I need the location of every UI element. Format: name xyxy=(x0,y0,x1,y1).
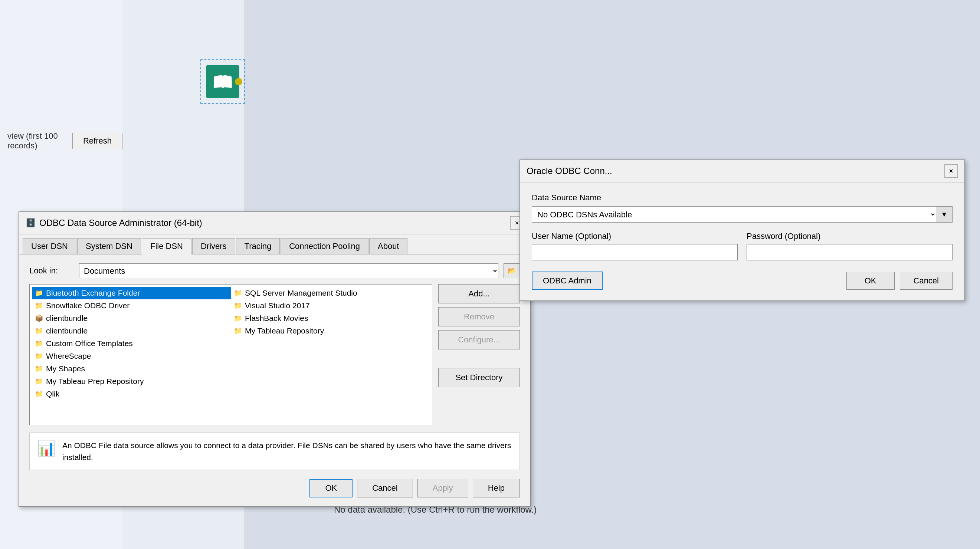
folder-icon-visualstudio: 📁 xyxy=(234,314,242,322)
file-item-snowflake[interactable]: 📁 SQL Server Management Studio xyxy=(231,287,430,299)
ok-button[interactable]: OK xyxy=(309,479,353,497)
tab-tracing[interactable]: Tracing xyxy=(236,238,280,254)
file-item-tableau-repo[interactable]: 📁 My Tableau Prep Repository xyxy=(32,375,231,388)
view-label: view (first 100 records) xyxy=(8,131,65,151)
odbc-title-icon: 🗄️ xyxy=(25,218,36,228)
folder-icon-flashback: 📁 xyxy=(35,340,43,347)
file-column-left: 📁 Bluetooth Exchange Folder 📁 Snowflake … xyxy=(32,287,231,400)
set-directory-button[interactable]: Set Directory xyxy=(438,368,520,387)
odbc-dialog-body: Look in: Documents 📂 📁 Bluetooth Exchang… xyxy=(19,254,530,506)
oracle-close-button[interactable]: × xyxy=(944,164,958,178)
tab-connection-pooling[interactable]: Connection Pooling xyxy=(280,238,369,254)
password-label: Password (Optional) xyxy=(746,232,953,241)
file-item-custom-office[interactable]: 📁 clientbundle xyxy=(32,325,231,337)
file-name-qlik: Qlik xyxy=(46,389,59,398)
odbc-title-text: ODBC Data Source Administrator (64-bit) xyxy=(39,218,202,228)
file-column-right: 📁 SQL Server Management Studio 📁 Visual … xyxy=(231,287,430,400)
dsn-select-arrow: ▼ xyxy=(936,206,953,222)
refresh-button[interactable]: Refresh xyxy=(72,133,123,149)
info-box: 📊 An ODBC File data source allows you to… xyxy=(29,433,520,470)
file-item-qlik[interactable]: 📁 Qlik xyxy=(32,388,231,400)
file-name-sqlserver: Visual Studio 2017 xyxy=(245,301,310,310)
file-name-tableau-repo: My Tableau Prep Repository xyxy=(46,377,143,386)
folder-icon-wherescape: 📁 xyxy=(234,327,242,335)
credentials-row: User Name (Optional) Password (Optional) xyxy=(532,232,953,260)
file-item-clientbundle1[interactable]: 📁 Snowflake ODBC Driver xyxy=(32,299,231,312)
dsn-dropdown-row: No ODBC DSNs Available ▼ xyxy=(532,206,953,222)
tab-drivers[interactable]: Drivers xyxy=(192,238,235,254)
odbc-tabs-bar: User DSN System DSN File DSN Drivers Tra… xyxy=(19,235,530,254)
file-item-visualstudio[interactable]: 📁 FlashBack Movies xyxy=(231,312,430,325)
odbc-admin-button[interactable]: ODBC Admin xyxy=(532,271,603,290)
help-button[interactable]: Help xyxy=(473,479,520,497)
file-name-clientbundle2: clientbundle xyxy=(46,314,88,323)
odbc-dialog-footer: OK Cancel Apply Help xyxy=(29,478,520,497)
folder-icon-custom-office: 📁 xyxy=(35,327,43,335)
apply-button[interactable]: Apply xyxy=(417,479,468,497)
file-list[interactable]: 📁 Bluetooth Exchange Folder 📁 Snowflake … xyxy=(29,284,432,425)
file-name-visualstudio: FlashBack Movies xyxy=(245,314,308,323)
file-name-bluetooth: Bluetooth Exchange Folder xyxy=(46,289,140,297)
app-icon xyxy=(206,65,239,98)
odbc-dialog: 🗄️ ODBC Data Source Administrator (64-bi… xyxy=(19,211,531,507)
file-item-bluetooth[interactable]: 📁 Bluetooth Exchange Folder xyxy=(32,287,231,299)
remove-button[interactable]: Remove xyxy=(438,307,520,327)
password-input[interactable] xyxy=(746,244,953,260)
folder-icon-tableau-prep: 📁 xyxy=(35,365,43,373)
folder-icon-sqlserver: 📁 xyxy=(234,301,242,310)
tab-about[interactable]: About xyxy=(369,238,408,254)
tab-system-dsn[interactable]: System DSN xyxy=(77,238,141,254)
oracle-cancel-button[interactable]: Cancel xyxy=(900,272,953,290)
file-name-tableau-prep: My Shapes xyxy=(46,364,85,373)
file-item-tableau-prep[interactable]: 📁 My Shapes xyxy=(32,362,231,375)
oracle-footer: ODBC Admin OK Cancel xyxy=(532,271,953,290)
odbc-titlebar: 🗄️ ODBC Data Source Administrator (64-bi… xyxy=(19,212,530,235)
dsn-select[interactable]: No ODBC DSNs Available xyxy=(532,206,936,222)
password-group: Password (Optional) xyxy=(746,232,953,260)
folder-icon-bluetooth: 📁 xyxy=(35,289,43,297)
lookin-select[interactable]: Documents xyxy=(79,263,498,278)
username-label: User Name (Optional) xyxy=(532,232,738,241)
lookin-row: Look in: Documents 📂 xyxy=(29,263,520,278)
file-name-clientbundle1: Snowflake ODBC Driver xyxy=(46,301,129,310)
file-name-wherescape: My Tableau Repository xyxy=(245,327,324,335)
dsn-label: Data Source Name xyxy=(532,193,953,203)
odbc-title: 🗄️ ODBC Data Source Administrator (64-bi… xyxy=(25,218,202,228)
oracle-dialog: Oracle ODBC Conn... × Data Source Name N… xyxy=(520,160,965,301)
file-item-flashback[interactable]: 📁 Custom Office Templates xyxy=(32,337,231,350)
folder-icon-clientbundle1: 📁 xyxy=(35,301,43,310)
app-icon-dot xyxy=(235,78,242,85)
tab-user-dsn[interactable]: User DSN xyxy=(22,238,76,254)
oracle-title-text: Oracle ODBC Conn... xyxy=(527,166,612,176)
file-item-clientbundle2[interactable]: 📦 clientbundle xyxy=(32,312,231,325)
lookin-label: Look in: xyxy=(29,266,74,276)
file-item-myshapes[interactable]: 📁 WhereScape xyxy=(32,350,231,362)
action-buttons: Add... Remove Configure... Set Directory xyxy=(438,284,520,425)
refresh-area: view (first 100 records) Refresh xyxy=(0,126,123,156)
file-columns: 📁 Bluetooth Exchange Folder 📁 Snowflake … xyxy=(32,287,430,400)
oracle-ok-button[interactable]: OK xyxy=(846,272,895,290)
info-text: An ODBC File data source allows you to c… xyxy=(62,440,512,463)
info-icon: 📊 xyxy=(37,440,56,457)
username-input[interactable] xyxy=(532,244,738,260)
folder-icon-tableau-repo: 📁 xyxy=(35,377,43,386)
oracle-body: Data Source Name No ODBC DSNs Available … xyxy=(520,182,964,300)
tab-file-dsn[interactable]: File DSN xyxy=(142,238,191,254)
file-name-myshapes: WhereScape xyxy=(46,352,91,360)
file-item-wherescape[interactable]: 📁 My Tableau Repository xyxy=(231,325,430,337)
lookin-folder-button[interactable]: 📂 xyxy=(504,263,520,278)
app-icon-container xyxy=(200,59,245,104)
cancel-button[interactable]: Cancel xyxy=(357,479,413,497)
file-name-flashback: Custom Office Templates xyxy=(46,339,133,348)
file-name-snowflake: SQL Server Management Studio xyxy=(245,289,357,297)
content-area: 📁 Bluetooth Exchange Folder 📁 Snowflake … xyxy=(29,284,520,425)
folder-icon-qlik: 📁 xyxy=(35,390,43,398)
oracle-titlebar: Oracle ODBC Conn... × xyxy=(520,160,964,182)
folder-icon-clientbundle2: 📦 xyxy=(35,314,43,322)
add-button[interactable]: Add... xyxy=(438,284,520,303)
configure-button[interactable]: Configure... xyxy=(438,330,520,349)
file-name-custom-office: clientbundle xyxy=(46,327,88,335)
username-group: User Name (Optional) xyxy=(532,232,738,260)
folder-icon-myshapes: 📁 xyxy=(35,352,43,360)
file-item-sqlserver[interactable]: 📁 Visual Studio 2017 xyxy=(231,299,430,312)
